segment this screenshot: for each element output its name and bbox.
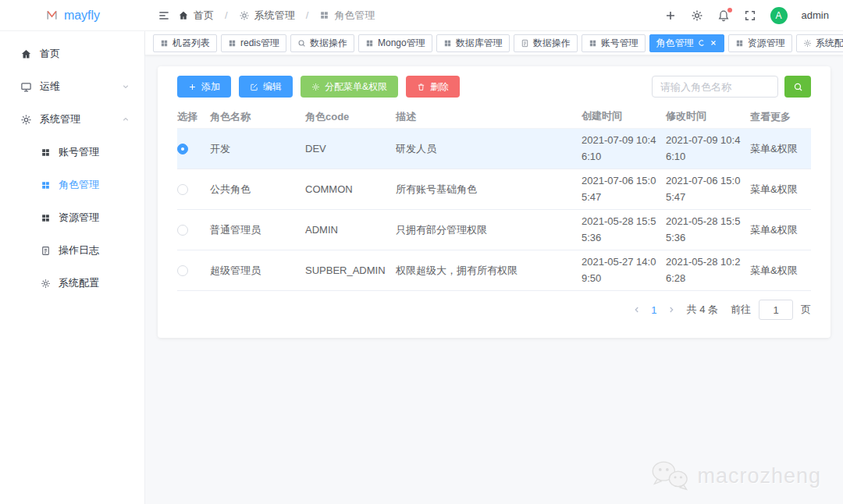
breadcrumb-label: 系统管理 [254,9,295,23]
assign-menu-permission-button[interactable]: 分配菜单&权限 [301,76,398,98]
row-radio[interactable] [177,184,188,195]
fullscreen-icon[interactable] [744,9,756,22]
row-radio[interactable] [177,225,188,236]
search-input[interactable] [652,76,778,98]
grid-icon [319,10,329,20]
column-header: 查看更多 [750,110,811,124]
grid-icon [41,213,51,223]
breadcrumb-item-home[interactable]: 首页 [178,9,214,23]
role-description: 研发人员 [396,142,582,156]
sidebar-item-label: 资源管理 [59,211,130,225]
grid-icon [41,180,51,190]
tab-data-operation[interactable]: 数据操作 [290,34,354,52]
sidebar-item-label: 角色管理 [59,178,130,192]
search-icon [297,39,306,48]
user-name[interactable]: admin [802,9,829,21]
sidebar-item-operation-log[interactable]: 操作日志 [0,234,144,267]
table-row[interactable]: 超级管理员 SUPBER_ADMIN 权限超级大，拥有所有权限 2021-05-… [177,250,811,291]
role-code: COMMON [305,183,396,195]
search-button[interactable] [784,76,811,98]
tab-database-management[interactable]: 数据库管理 [436,34,510,52]
tab-mongo-management[interactable]: Mongo管理 [358,34,432,52]
tab-system-config[interactable]: 系统配置 [796,34,843,52]
menu-permission-link[interactable]: 菜单&权限 [750,143,798,154]
sidebar-item-label: 系统管理 [40,112,113,126]
mayfly-logo-icon [45,9,59,22]
breadcrumb-separator: / [306,9,309,21]
gear-icon[interactable] [691,9,703,22]
breadcrumb-label: 角色管理 [334,9,375,23]
sidebar-item-role-management[interactable]: 角色管理 [0,169,144,201]
tab-redis-management[interactable]: redis管理 [221,34,286,52]
sidebar-item-account-management[interactable]: 账号管理 [0,136,144,169]
toolbar: 添加 编辑 分配菜单&权限 删除 [177,76,811,98]
row-radio-selected[interactable] [177,144,188,154]
refresh-icon[interactable] [698,39,706,47]
logo[interactable]: mayfly [0,9,145,23]
grid-icon [365,39,374,48]
edit-button-label: 编辑 [263,80,282,94]
breadcrumb-item-system[interactable]: 系统管理 [239,9,295,23]
grid-icon [589,39,597,48]
chevron-left-icon[interactable] [632,305,642,314]
column-header: 选择 [177,110,210,124]
role-description: 只拥有部分管理权限 [396,223,582,237]
tab-resource-management[interactable]: 资源管理 [728,34,792,52]
sidebar-item-system-config[interactable]: 系统配置 [0,267,144,300]
home-icon [20,48,32,60]
trash-icon [417,83,425,91]
breadcrumb: 首页 / 系统管理 / 角色管理 [145,9,664,23]
menu-permission-link[interactable]: 菜单&权限 [750,224,798,236]
header-actions: A admin [664,7,843,24]
document-icon [41,246,51,256]
document-icon [521,39,529,48]
sidebar-item-ops[interactable]: 运维 [0,70,144,103]
sidebar-item-home[interactable]: 首页 [0,37,144,70]
plus-icon [188,83,197,91]
column-header: 角色名称 [210,110,305,124]
notification-button[interactable] [717,9,730,22]
tab-machine-list[interactable]: 机器列表 [153,34,217,52]
grid-icon [160,39,169,48]
add-button-label: 添加 [201,80,220,94]
grid-icon [228,39,237,48]
tab-data-operation-2[interactable]: 数据操作 [514,34,578,52]
table-row[interactable]: 开发 DEV 研发人员 2021-07-09 10:46:10 2021-07-… [177,129,811,169]
table-row[interactable]: 公共角色 COMMON 所有账号基础角色 2021-07-06 15:05:47… [177,169,811,210]
avatar[interactable]: A [770,7,788,24]
add-button[interactable]: 添加 [177,76,231,98]
menu-permission-link[interactable]: 菜单&权限 [750,183,798,195]
plus-icon[interactable] [664,9,677,22]
close-icon[interactable] [710,39,717,47]
sidebar-item-resource-management[interactable]: 资源管理 [0,201,144,234]
delete-button[interactable]: 删除 [406,76,460,98]
created-time: 2021-07-09 10:46:10 [582,133,666,164]
row-radio[interactable] [177,265,188,276]
role-code: ADMIN [305,224,396,236]
delete-button-label: 删除 [430,80,449,94]
chevron-down-icon [121,82,130,91]
grid-icon [443,39,452,48]
edit-button[interactable]: 编辑 [239,76,293,98]
tab-account-management[interactable]: 账号管理 [582,34,646,52]
sidebar-item-system-management[interactable]: 系统管理 [0,103,144,136]
chevron-right-icon[interactable] [667,305,676,314]
table-row[interactable]: 普通管理员 ADMIN 只拥有部分管理权限 2021-05-28 15:55:3… [177,210,811,250]
tab-role-management[interactable]: 角色管理 [649,34,724,52]
tab-label: 资源管理 [748,37,785,50]
hamburger-icon[interactable] [158,9,170,22]
role-name: 开发 [210,142,305,156]
role-name: 公共角色 [210,183,305,197]
goto-page-input[interactable] [759,300,793,320]
content-area: 添加 编辑 分配菜单&权限 删除 [145,55,843,504]
gear-icon [20,114,32,126]
role-code: SUPBER_ADMIN [305,264,396,276]
breadcrumb-item-role: 角色管理 [319,9,375,23]
tab-label: 机器列表 [173,37,210,50]
tab-label: 角色管理 [656,37,694,50]
sidebar-item-label: 账号管理 [59,145,130,159]
wechat-icon [650,459,691,493]
breadcrumb-label: 首页 [194,9,214,23]
menu-permission-link[interactable]: 菜单&权限 [750,264,798,276]
page-number[interactable]: 1 [649,304,658,316]
